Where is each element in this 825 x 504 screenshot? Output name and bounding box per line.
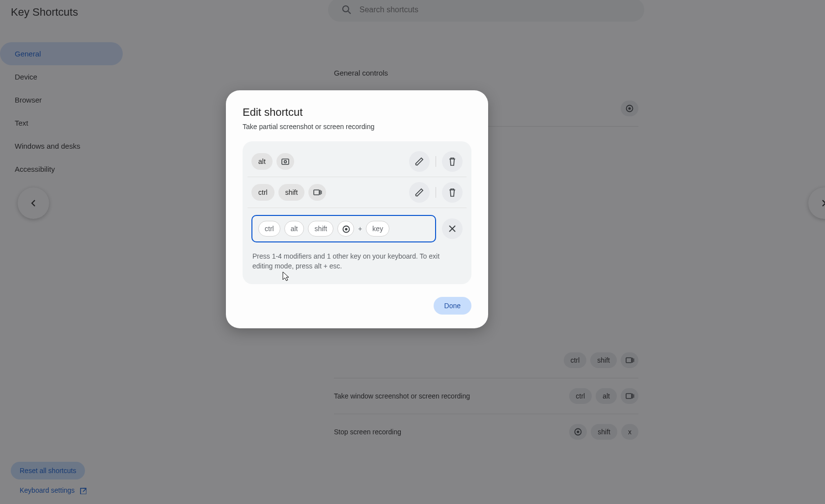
shift-ghost-key: shift bbox=[308, 221, 333, 237]
overview-key-icon bbox=[308, 184, 326, 201]
alt-ghost-key: alt bbox=[284, 221, 304, 237]
shortcut-entry-1: alt bbox=[248, 146, 467, 177]
edit-shortcut-button[interactable] bbox=[409, 151, 430, 172]
pencil-icon bbox=[414, 187, 424, 197]
ctrl-ghost-key: ctrl bbox=[258, 221, 280, 237]
shortcut-capture-input[interactable]: ctrl alt shift + key bbox=[251, 215, 436, 242]
input-hint-text: Press 1-4 modifiers and 1 other key on y… bbox=[251, 248, 463, 276]
edit-shortcut-button[interactable] bbox=[409, 182, 430, 203]
launcher-ghost-key-icon bbox=[337, 221, 354, 237]
shortcut-entry-2: ctrl shift bbox=[248, 177, 467, 208]
cancel-input-button[interactable] bbox=[442, 218, 463, 239]
alt-key: alt bbox=[251, 153, 273, 170]
separator bbox=[436, 187, 436, 198]
separator bbox=[436, 156, 436, 167]
screenshot-key-icon bbox=[276, 153, 294, 170]
dialog-title: Edit shortcut bbox=[243, 106, 471, 119]
shift-key: shift bbox=[278, 184, 305, 201]
shortcut-input-row: ctrl alt shift + key Press 1-4 modifiers… bbox=[248, 208, 467, 279]
delete-shortcut-button[interactable] bbox=[442, 182, 463, 203]
key-placeholder: key bbox=[366, 221, 389, 237]
pencil-icon bbox=[414, 157, 424, 166]
trash-icon bbox=[447, 156, 458, 167]
ctrl-key: ctrl bbox=[251, 184, 275, 201]
close-icon bbox=[447, 224, 457, 234]
delete-shortcut-button[interactable] bbox=[442, 151, 463, 172]
edit-shortcut-dialog: Edit shortcut Take partial screenshot or… bbox=[226, 90, 488, 328]
dialog-subtitle: Take partial screenshot or screen record… bbox=[243, 123, 471, 131]
done-button[interactable]: Done bbox=[434, 297, 471, 315]
plus-label: + bbox=[358, 225, 362, 233]
trash-icon bbox=[447, 187, 458, 198]
shortcut-box: alt ctrl shift bbox=[243, 141, 471, 284]
